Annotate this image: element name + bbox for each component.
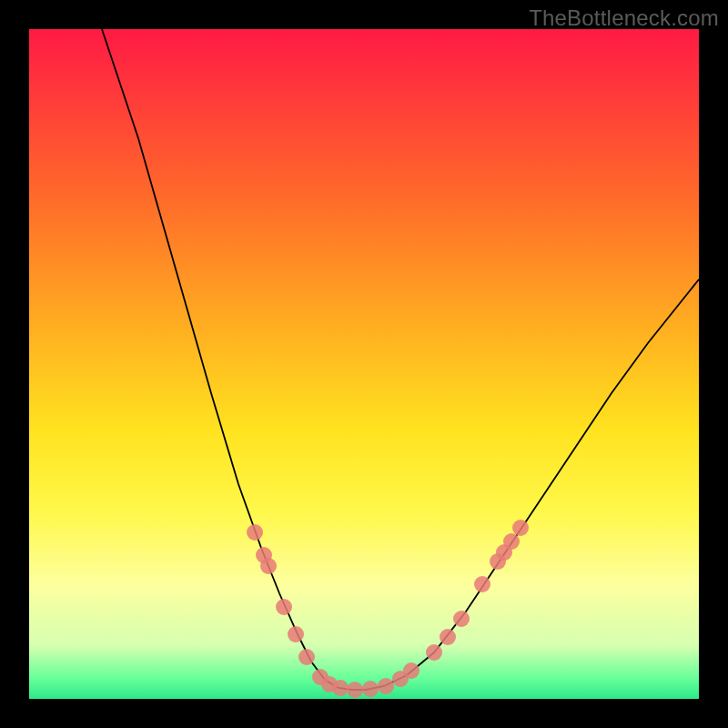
data-marker: [347, 682, 363, 698]
watermark-text: TheBottleneck.com: [529, 5, 719, 31]
data-marker: [512, 520, 529, 536]
data-marker: [378, 678, 394, 694]
data-marker: [403, 662, 420, 679]
data-marker: [474, 576, 490, 592]
data-marker: [332, 680, 349, 696]
data-marker: [426, 644, 442, 661]
data-marker: [298, 649, 315, 665]
data-marker: [247, 524, 263, 541]
data-marker: [288, 626, 304, 642]
marker-group: [247, 520, 529, 698]
chart-frame: TheBottleneck.com: [0, 0, 728, 728]
bottleneck-curve: [102, 29, 699, 690]
plot-area: [29, 29, 699, 699]
data-marker: [362, 681, 379, 697]
curve-svg: [29, 29, 699, 699]
data-marker: [453, 611, 470, 627]
data-marker: [276, 599, 292, 615]
data-marker: [503, 533, 520, 550]
data-marker: [440, 629, 456, 645]
data-marker: [260, 558, 277, 574]
